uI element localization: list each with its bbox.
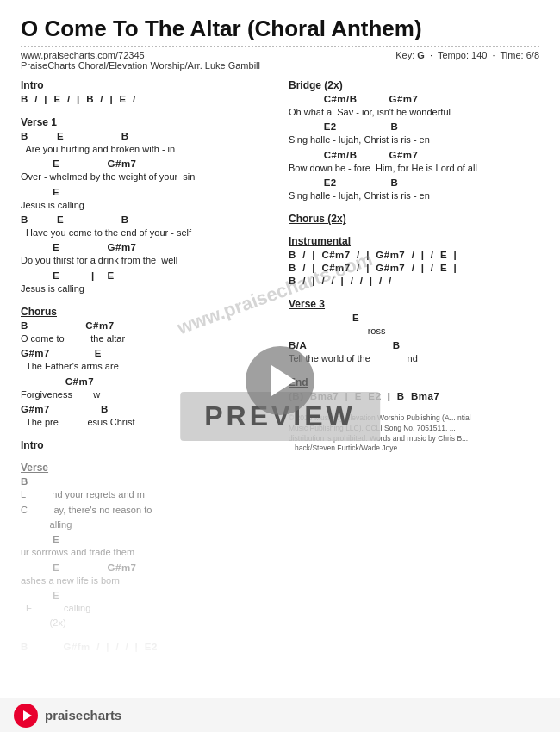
verse1-line3: E Jesus is calling — [21, 186, 271, 212]
chorus1-line1: B C#m7 O come to the altar — [21, 319, 271, 345]
song-title: O Come To The Altar (Choral Anthem) — [21, 16, 539, 42]
verse1-line5: E G#m7 Do you thirst for a drink from th… — [21, 241, 271, 267]
chorus2-label: Chorus (2x) — [289, 213, 539, 225]
verse1-line4: B E B Have you come to the end of your -… — [21, 214, 271, 239]
verse1-label: Verse 1 — [21, 116, 271, 128]
meta-row: www.praisecharts.com/72345 PraiseCharts … — [21, 50, 539, 71]
play-triangle-icon — [271, 365, 296, 396]
section-verse1: Verse 1 B E B Are you hurting and broken… — [21, 116, 271, 295]
chorus1-line2: G#m7 E The Father's arms are — [21, 347, 271, 373]
intro2-label: Intro — [21, 439, 271, 451]
url-arranger: www.praisecharts.com/72345 PraiseCharts … — [21, 50, 260, 71]
instrumental-label: Instrumental — [289, 235, 539, 247]
intro-chords: B / | E / | B / | E / — [21, 93, 271, 106]
end-label: End — [289, 376, 539, 388]
section-bridge: Bridge (2x) C#m/B G#m7 Oh what a Sav - i… — [289, 79, 539, 202]
section-intro2: Intro — [21, 439, 271, 451]
logo-text: praisecharts — [45, 708, 121, 723]
play-button-center[interactable] — [246, 346, 314, 415]
bridge-label: Bridge (2x) — [289, 79, 539, 91]
key-tempo-time: Key: G · Tempo: 140 · Time: 6/8 — [395, 50, 539, 71]
logo-play-icon[interactable] — [14, 704, 38, 728]
play-circle[interactable] — [246, 346, 314, 415]
verse1-line1: B E B Are you hurting and broken with - … — [21, 130, 271, 156]
section-intro: Intro B / | E / | B / | E / — [21, 79, 271, 106]
section-verse3: Verse 3 E ross B/A B Tell the world of t… — [289, 298, 539, 366]
logo-bar: praisecharts — [0, 698, 560, 732]
section-instrumental: Instrumental B / | C#m7 / | G#m7 / | / E… — [289, 235, 539, 288]
verse1-line2: E G#m7 Over - whelmed by the weight of y… — [21, 158, 271, 183]
verse2-label: Verse — [21, 462, 271, 474]
chorus1-label: Chorus — [21, 306, 271, 318]
section-chorus2: Chorus (2x) — [289, 213, 539, 225]
divider — [21, 46, 539, 47]
verse3-label: Verse 3 — [289, 298, 539, 310]
intro-label: Intro — [21, 79, 271, 91]
verse1-line6: E | E Jesus is calling — [21, 270, 271, 295]
page: O Come To The Altar (Choral Anthem) www.… — [0, 0, 560, 732]
fade-overlay — [0, 508, 560, 698]
